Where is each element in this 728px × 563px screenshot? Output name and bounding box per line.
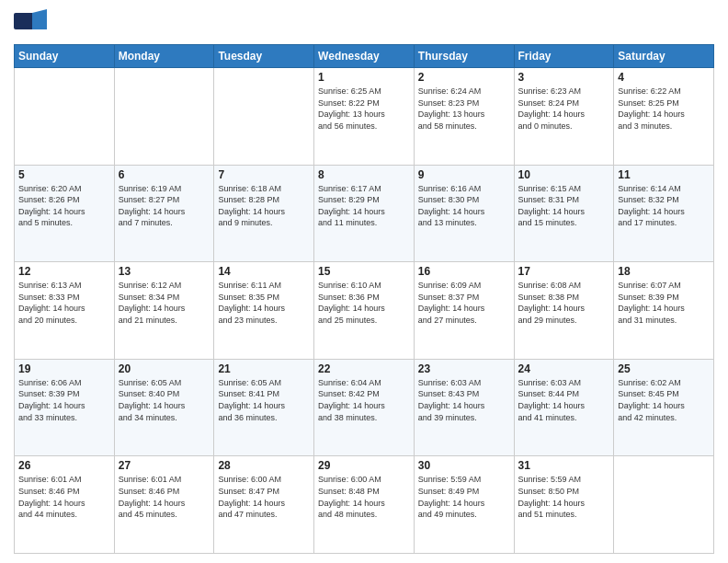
day-number: 8 (318, 168, 410, 181)
calendar-cell: 22Sunrise: 6:04 AMSunset: 8:42 PMDayligh… (314, 359, 415, 456)
weekday-header: Tuesday (214, 45, 314, 68)
day-number: 31 (518, 459, 610, 472)
calendar-cell (214, 68, 314, 166)
day-number: 12 (18, 265, 110, 278)
day-info: Sunrise: 6:08 AMSunset: 8:38 PMDaylight:… (518, 280, 610, 326)
day-number: 21 (218, 362, 310, 375)
calendar-cell: 24Sunrise: 6:03 AMSunset: 8:44 PMDayligh… (514, 359, 614, 456)
weekday-header: Friday (514, 45, 614, 68)
day-number: 30 (418, 459, 510, 472)
day-info: Sunrise: 6:16 AMSunset: 8:30 PMDaylight:… (418, 183, 510, 229)
day-info: Sunrise: 6:20 AMSunset: 8:26 PMDaylight:… (18, 183, 110, 229)
calendar-cell: 15Sunrise: 6:10 AMSunset: 8:36 PMDayligh… (314, 262, 415, 360)
day-info: Sunrise: 6:18 AMSunset: 8:28 PMDaylight:… (218, 183, 310, 229)
calendar-cell: 5Sunrise: 6:20 AMSunset: 8:26 PMDaylight… (15, 165, 115, 262)
calendar-cell: 23Sunrise: 6:03 AMSunset: 8:43 PMDayligh… (414, 359, 514, 456)
day-info: Sunrise: 6:04 AMSunset: 8:42 PMDaylight:… (318, 377, 410, 423)
day-info: Sunrise: 6:14 AMSunset: 8:32 PMDaylight:… (618, 183, 710, 229)
day-number: 7 (218, 168, 310, 181)
calendar: SundayMondayTuesdayWednesdayThursdayFrid… (14, 44, 714, 554)
weekday-header: Sunday (15, 45, 115, 68)
day-number: 23 (418, 362, 510, 375)
calendar-cell: 29Sunrise: 6:00 AMSunset: 8:48 PMDayligh… (314, 456, 415, 554)
calendar-header-row: SundayMondayTuesdayWednesdayThursdayFrid… (15, 45, 714, 68)
calendar-cell: 12Sunrise: 6:13 AMSunset: 8:33 PMDayligh… (15, 262, 115, 360)
day-info: Sunrise: 6:02 AMSunset: 8:45 PMDaylight:… (618, 377, 710, 423)
weekday-header: Saturday (614, 45, 714, 68)
day-number: 18 (618, 265, 710, 278)
day-info: Sunrise: 6:03 AMSunset: 8:44 PMDaylight:… (518, 377, 610, 423)
page: SundayMondayTuesdayWednesdayThursdayFrid… (0, 0, 728, 563)
day-info: Sunrise: 6:06 AMSunset: 8:39 PMDaylight:… (18, 377, 110, 423)
weekday-header: Wednesday (314, 45, 415, 68)
calendar-cell: 3Sunrise: 6:23 AMSunset: 8:24 PMDaylight… (514, 68, 614, 166)
day-info: Sunrise: 6:11 AMSunset: 8:35 PMDaylight:… (218, 280, 310, 326)
calendar-cell: 2Sunrise: 6:24 AMSunset: 8:23 PMDaylight… (414, 68, 514, 166)
day-number: 19 (18, 362, 110, 375)
svg-rect-0 (14, 13, 34, 29)
day-number: 14 (218, 265, 310, 278)
day-info: Sunrise: 6:23 AMSunset: 8:24 PMDaylight:… (518, 86, 610, 132)
day-number: 13 (119, 265, 210, 278)
day-number: 11 (618, 168, 710, 181)
day-number: 22 (318, 362, 410, 375)
day-number: 6 (119, 168, 210, 181)
logo (14, 9, 51, 37)
day-info: Sunrise: 6:25 AMSunset: 8:22 PMDaylight:… (318, 86, 410, 132)
day-number: 5 (18, 168, 110, 181)
day-info: Sunrise: 6:00 AMSunset: 8:47 PMDaylight:… (218, 474, 310, 520)
calendar-cell: 13Sunrise: 6:12 AMSunset: 8:34 PMDayligh… (114, 262, 214, 360)
day-number: 10 (518, 168, 610, 181)
calendar-cell: 1Sunrise: 6:25 AMSunset: 8:22 PMDaylight… (314, 68, 415, 166)
day-info: Sunrise: 5:59 AMSunset: 8:50 PMDaylight:… (518, 474, 610, 520)
day-number: 27 (119, 459, 210, 472)
day-info: Sunrise: 6:19 AMSunset: 8:27 PMDaylight:… (119, 183, 210, 229)
day-info: Sunrise: 6:13 AMSunset: 8:33 PMDaylight:… (18, 280, 110, 326)
calendar-cell: 28Sunrise: 6:00 AMSunset: 8:47 PMDayligh… (214, 456, 314, 554)
day-info: Sunrise: 6:09 AMSunset: 8:37 PMDaylight:… (418, 280, 510, 326)
calendar-week-row: 5Sunrise: 6:20 AMSunset: 8:26 PMDaylight… (15, 165, 714, 262)
day-number: 28 (218, 459, 310, 472)
day-number: 25 (618, 362, 710, 375)
calendar-cell: 21Sunrise: 6:05 AMSunset: 8:41 PMDayligh… (214, 359, 314, 456)
calendar-week-row: 12Sunrise: 6:13 AMSunset: 8:33 PMDayligh… (15, 262, 714, 360)
day-number: 29 (318, 459, 410, 472)
calendar-cell: 19Sunrise: 6:06 AMSunset: 8:39 PMDayligh… (15, 359, 115, 456)
day-info: Sunrise: 6:17 AMSunset: 8:29 PMDaylight:… (318, 183, 410, 229)
calendar-cell: 8Sunrise: 6:17 AMSunset: 8:29 PMDaylight… (314, 165, 415, 262)
calendar-cell: 25Sunrise: 6:02 AMSunset: 8:45 PMDayligh… (614, 359, 714, 456)
day-info: Sunrise: 6:22 AMSunset: 8:25 PMDaylight:… (618, 86, 710, 132)
calendar-cell: 26Sunrise: 6:01 AMSunset: 8:46 PMDayligh… (15, 456, 115, 554)
day-number: 16 (418, 265, 510, 278)
calendar-cell: 31Sunrise: 5:59 AMSunset: 8:50 PMDayligh… (514, 456, 614, 554)
calendar-cell: 9Sunrise: 6:16 AMSunset: 8:30 PMDaylight… (414, 165, 514, 262)
day-number: 2 (418, 71, 510, 84)
day-info: Sunrise: 6:15 AMSunset: 8:31 PMDaylight:… (518, 183, 610, 229)
calendar-cell: 7Sunrise: 6:18 AMSunset: 8:28 PMDaylight… (214, 165, 314, 262)
day-info: Sunrise: 6:10 AMSunset: 8:36 PMDaylight:… (318, 280, 410, 326)
day-info: Sunrise: 6:05 AMSunset: 8:40 PMDaylight:… (119, 377, 210, 423)
calendar-cell: 27Sunrise: 6:01 AMSunset: 8:46 PMDayligh… (114, 456, 214, 554)
day-number: 9 (418, 168, 510, 181)
calendar-cell: 17Sunrise: 6:08 AMSunset: 8:38 PMDayligh… (514, 262, 614, 360)
day-number: 4 (618, 71, 710, 84)
day-info: Sunrise: 6:12 AMSunset: 8:34 PMDaylight:… (119, 280, 210, 326)
day-number: 1 (318, 71, 410, 84)
calendar-week-row: 1Sunrise: 6:25 AMSunset: 8:22 PMDaylight… (15, 68, 714, 166)
day-number: 15 (318, 265, 410, 278)
logo-icon (14, 9, 47, 37)
day-info: Sunrise: 6:01 AMSunset: 8:46 PMDaylight:… (18, 474, 110, 520)
calendar-cell: 10Sunrise: 6:15 AMSunset: 8:31 PMDayligh… (514, 165, 614, 262)
calendar-cell: 16Sunrise: 6:09 AMSunset: 8:37 PMDayligh… (414, 262, 514, 360)
calendar-cell: 30Sunrise: 5:59 AMSunset: 8:49 PMDayligh… (414, 456, 514, 554)
calendar-cell: 18Sunrise: 6:07 AMSunset: 8:39 PMDayligh… (614, 262, 714, 360)
calendar-week-row: 19Sunrise: 6:06 AMSunset: 8:39 PMDayligh… (15, 359, 714, 456)
day-info: Sunrise: 6:07 AMSunset: 8:39 PMDaylight:… (618, 280, 710, 326)
day-info: Sunrise: 6:03 AMSunset: 8:43 PMDaylight:… (418, 377, 510, 423)
calendar-cell: 6Sunrise: 6:19 AMSunset: 8:27 PMDaylight… (114, 165, 214, 262)
calendar-cell (114, 68, 214, 166)
weekday-header: Thursday (414, 45, 514, 68)
day-number: 3 (518, 71, 610, 84)
day-info: Sunrise: 6:05 AMSunset: 8:41 PMDaylight:… (218, 377, 310, 423)
calendar-cell: 4Sunrise: 6:22 AMSunset: 8:25 PMDaylight… (614, 68, 714, 166)
